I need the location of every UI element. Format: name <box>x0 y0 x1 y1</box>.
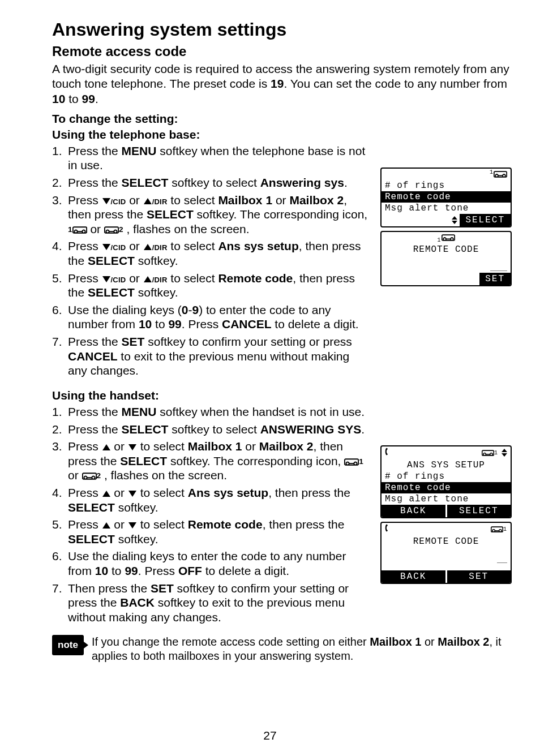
screen-row-rings: # of rings <box>382 471 511 482</box>
base-steps-list: Press the MENU softkey when the telephon… <box>52 144 371 378</box>
page-title: Answering system settings <box>52 19 512 40</box>
tape-icon <box>442 233 455 243</box>
text: or <box>126 194 143 207</box>
list-item: Use the dialing keys to enter the code t… <box>52 549 371 578</box>
mailbox-2: Mailbox 2 <box>438 635 489 648</box>
key-menu: MENU <box>122 405 157 418</box>
text: softkey to select <box>168 423 260 436</box>
handset-screen-remote: 1 REMOTE CODE ___ BACK SET <box>380 522 512 584</box>
screen-row-msg: Msg alert tone <box>382 203 511 214</box>
tape-icon <box>494 169 507 179</box>
text: to select <box>137 486 188 499</box>
key-set: SET <box>122 335 145 348</box>
nav-down-icon <box>102 198 110 204</box>
cid-label: /CID <box>111 273 126 285</box>
screen-header-icon: 1 <box>382 232 511 244</box>
text: . You can set the code to any number fro… <box>284 77 507 90</box>
mailbox1-icon: 1 <box>68 225 87 235</box>
select-softkey-label: SELECT <box>447 505 511 517</box>
range-high: 99 <box>125 564 138 577</box>
screen-header: 1 <box>382 446 511 459</box>
text: to select <box>137 518 188 531</box>
dir-label: /DIR <box>152 240 168 252</box>
list-item: Press /CID or /DIR to select Mailbox 1 o… <box>52 193 371 237</box>
icon-sub: 1 <box>490 169 494 175</box>
screen-row-remote-selected: Remote code <box>382 482 511 493</box>
text: . Press <box>138 564 178 577</box>
screen-row-remote-selected: Remote code <box>382 191 511 203</box>
screen-title: ANS SYS SETUP <box>382 459 511 471</box>
list-item: Press or to select Remote code, then pre… <box>52 517 371 546</box>
key-set: SET <box>151 582 174 595</box>
text: Press <box>68 440 102 453</box>
text: to delete a digit. <box>202 564 289 577</box>
icon-sub: 1 <box>437 237 441 243</box>
text: Press the <box>68 335 122 348</box>
key-cancel: CANCEL <box>222 317 272 330</box>
text: Press <box>68 239 102 252</box>
text: softkey. <box>115 532 158 545</box>
list-item: Press the SELECT softkey to select ANSWE… <box>52 422 371 437</box>
dir-label: /DIR <box>152 273 168 285</box>
text: to <box>108 564 125 577</box>
list-item: Press the SELECT softkey to select Answe… <box>52 175 371 190</box>
text: to <box>152 317 168 330</box>
handset-icon <box>385 523 391 535</box>
base-screen-remote: 1 REMOTE CODE _____ SET <box>380 231 512 286</box>
text: to <box>65 92 82 105</box>
text: Press <box>68 486 102 499</box>
text: softkey. <box>135 254 178 267</box>
mailbox-1: Mailbox 1 <box>218 194 272 207</box>
text: , then press the <box>263 518 345 531</box>
list-item: Press /CID or /DIR to select Remote code… <box>52 271 371 300</box>
text: Press <box>68 272 102 285</box>
nav-up-icon <box>102 491 110 497</box>
text: Then press the <box>68 582 151 595</box>
nav-down-icon <box>128 491 136 497</box>
text: or <box>111 440 128 453</box>
text: or <box>68 469 82 482</box>
text: or <box>90 222 104 235</box>
screen-row-rings: # of rings <box>382 180 511 191</box>
key-select: SELECT <box>68 501 115 514</box>
cursor: ___ <box>382 557 511 565</box>
text: . Press <box>182 317 222 330</box>
nav-down-icon <box>102 244 110 250</box>
target: Answering sys <box>260 176 344 189</box>
icon-sub: 1 <box>503 526 507 532</box>
using-handset-heading: Using the handset: <box>52 389 512 402</box>
digit-0: 0 <box>182 303 188 316</box>
text: softkey. The corresponding icon, <box>194 208 367 221</box>
back-softkey-label: BACK <box>382 570 445 583</box>
preset-code: 19 <box>271 77 284 90</box>
text: to select <box>167 194 218 207</box>
icon-sub: 1 <box>494 450 498 456</box>
screen-title: REMOTE CODE <box>382 536 511 547</box>
up-down-icon <box>502 449 507 457</box>
screen-footer: BACK SET <box>382 570 511 583</box>
set-softkey-label: SET <box>447 570 511 583</box>
page-number: 27 <box>0 729 540 742</box>
text: to delete a digit. <box>271 317 358 330</box>
handset-icon <box>385 447 391 459</box>
section-heading: Remote access code <box>52 44 512 59</box>
target: Ans sys setup <box>218 239 298 252</box>
text: Press <box>68 194 102 207</box>
range-low: 10 <box>139 317 152 330</box>
screen-blank <box>382 565 511 570</box>
key-select: SELECT <box>68 532 115 545</box>
text: , flashes on the screen. <box>126 222 249 235</box>
text: , then press the <box>268 486 350 499</box>
mailbox2-icon: 2 <box>104 225 123 235</box>
list-item: Press the MENU softkey when the telephon… <box>52 144 371 173</box>
list-item: Press the MENU softkey when the handset … <box>52 405 371 419</box>
handset-screen-menu: 1 ANS SYS SETUP # of rings Remote code M… <box>380 445 512 518</box>
icon-sub: 1 <box>359 457 363 467</box>
text: . <box>344 176 348 189</box>
mailbox1-icon: 1 <box>344 457 363 467</box>
screen-blank <box>382 547 511 557</box>
cursor: _____ <box>382 265 511 273</box>
text: or <box>421 635 438 648</box>
key-back: BACK <box>120 596 155 609</box>
target: ANSWERING SYS <box>260 423 362 436</box>
